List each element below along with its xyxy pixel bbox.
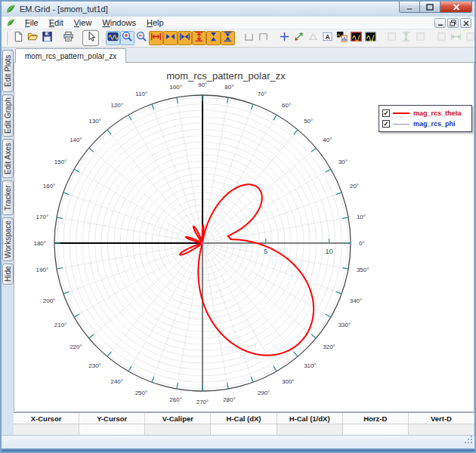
svg-text:340°: 340° <box>350 297 363 304</box>
waveform-dark-icon <box>365 31 376 45</box>
zoom-in-button[interactable] <box>120 31 134 45</box>
shrink-y-button[interactable] <box>206 31 221 45</box>
crosshair-button[interactable] <box>277 31 292 45</box>
print-button[interactable] <box>61 31 76 45</box>
app-window: EM.Grid - [smom_tut1d] FileEditViewWindo… <box>0 0 476 453</box>
menu-windows[interactable]: Windows <box>97 17 141 28</box>
svg-text:90°: 90° <box>198 82 207 88</box>
pointer-tool-button[interactable] <box>82 30 99 46</box>
shrink-x-icon <box>165 31 176 45</box>
readout-header-h-cal-1-dx-: H-Cal (1/dX) <box>277 413 343 424</box>
shrink-x-button[interactable] <box>163 31 178 45</box>
close-button[interactable] <box>440 2 472 13</box>
v-caliper-b-button <box>413 31 428 45</box>
tab-mom-rcs-pattern-polar-zx[interactable]: mom_rcs_pattern_polar_zx <box>15 48 126 63</box>
title-bar[interactable]: EM.Grid - [smom_tut1d] <box>2 2 474 17</box>
sidebar: Edit PlotsEdit GraphEdit AxesTrackerWork… <box>2 48 14 435</box>
v-caliper-arrows-button <box>399 31 413 45</box>
fit-waveform-button[interactable] <box>106 31 120 45</box>
triangle-marker-button <box>306 31 320 45</box>
app-logo-icon <box>5 4 16 14</box>
fit-x-icon <box>179 31 190 45</box>
waveform-dark-button[interactable] <box>363 31 378 45</box>
sidebar-tab-edit-axes[interactable]: Edit Axes <box>2 139 14 178</box>
histogram-view-button[interactable] <box>335 31 349 45</box>
legend-entry-mag_rcs_phi: ✓mag_rcs_phi <box>382 119 468 129</box>
menu-help[interactable]: Help <box>141 17 169 28</box>
h-caliper-b-button <box>463 31 474 45</box>
box-bottom-button[interactable] <box>242 31 256 45</box>
menu-items: FileEditViewWindowsHelp <box>20 18 169 27</box>
crosshair-icon <box>279 31 290 45</box>
zoom-out-button[interactable] <box>134 31 149 45</box>
save-file-button[interactable] <box>40 31 54 45</box>
legend-checkbox-mag_rcs_phi[interactable]: ✓ <box>382 120 390 128</box>
readout-value-cell <box>211 424 277 435</box>
mdi-restore-button[interactable] <box>447 18 459 28</box>
new-file-button[interactable] <box>11 31 26 45</box>
axes-tool-button[interactable] <box>292 31 306 45</box>
waveform-red-icon <box>351 31 362 45</box>
toolbar-grip[interactable] <box>5 32 8 45</box>
readout-header-x-cursor: X-Cursor <box>14 413 79 424</box>
svg-text:220°: 220° <box>70 344 82 350</box>
sidebar-tab-tracker[interactable]: Tracker <box>2 180 14 215</box>
sidebar-tab-edit-graph[interactable]: Edit Graph <box>2 94 14 137</box>
svg-text:170°: 170° <box>36 214 49 220</box>
menu-file[interactable]: File <box>20 17 44 28</box>
menu-edit[interactable]: Edit <box>44 17 69 28</box>
polar-plot-panel: mom_rcs_pattern_polar_zx 5100°10°20°30°4… <box>14 63 474 412</box>
expand-y-button[interactable] <box>192 31 206 45</box>
waveform-red-button[interactable] <box>349 31 363 45</box>
readout-value-cell <box>14 424 79 435</box>
svg-text:10°: 10° <box>357 214 366 220</box>
minimize-button[interactable] <box>399 2 420 13</box>
svg-text:300°: 300° <box>282 378 295 385</box>
svg-text:230°: 230° <box>88 362 101 369</box>
document-icon <box>6 18 15 27</box>
svg-text:20°: 20° <box>350 183 359 190</box>
save-file-icon <box>42 31 53 45</box>
svg-text:210°: 210° <box>54 322 67 328</box>
readout-header-y-cursor: Y-Cursor <box>79 413 145 424</box>
text-label-icon: A <box>322 31 333 45</box>
fit-y-button[interactable] <box>221 31 235 45</box>
box-top-button[interactable] <box>256 31 270 45</box>
sidebar-tab-hide[interactable]: Hide <box>2 263 14 285</box>
cursor-readout-table: X-CursorY-CursorV-CaliperH-Cal (dX)H-Cal… <box>14 412 474 435</box>
legend-label: mag_rcs_theta <box>413 109 462 117</box>
readout-header-row: X-CursorY-CursorV-CaliperH-Cal (dX)H-Cal… <box>14 413 474 424</box>
svg-text:280°: 280° <box>223 396 236 403</box>
sidebar-tab-edit-plots[interactable]: Edit Plots <box>2 50 14 92</box>
svg-text:320°: 320° <box>323 344 335 350</box>
readout-value-cell <box>145 424 211 435</box>
fit-x-button[interactable] <box>178 31 192 45</box>
resize-grip[interactable] <box>464 433 473 447</box>
expand-x-button[interactable] <box>149 31 163 45</box>
v-caliper-a-icon <box>386 31 397 45</box>
v-caliper-arrows-icon <box>400 31 412 45</box>
sidebar-tab-workspace[interactable]: Workspace <box>2 217 14 261</box>
text-label-button[interactable]: A <box>320 31 335 45</box>
menu-view[interactable]: View <box>69 17 97 28</box>
mdi-close-button[interactable] <box>460 18 471 28</box>
svg-text:50°: 50° <box>304 118 313 125</box>
svg-text:130°: 130° <box>88 118 101 125</box>
status-bar <box>2 435 474 448</box>
svg-text:30°: 30° <box>338 159 348 165</box>
open-file-button[interactable] <box>26 31 40 45</box>
axes-tool-icon <box>293 31 304 45</box>
readout-header-vert-d: Vert-D <box>409 413 474 424</box>
h-caliper-a-icon <box>436 31 447 45</box>
maximize-button[interactable] <box>420 2 440 13</box>
h-caliper-b-icon <box>465 31 474 45</box>
svg-text:200°: 200° <box>43 297 56 304</box>
svg-text:100°: 100° <box>169 84 182 91</box>
svg-text:160°: 160° <box>43 183 56 190</box>
pointer-tool-icon <box>85 31 97 45</box>
v-caliper-b-icon <box>415 31 426 45</box>
legend-checkbox-mag_rcs_theta[interactable]: ✓ <box>382 109 390 117</box>
h-caliper-a-button <box>434 31 449 45</box>
svg-text:A: A <box>325 33 329 41</box>
mdi-minimize-button[interactable] <box>434 18 446 28</box>
